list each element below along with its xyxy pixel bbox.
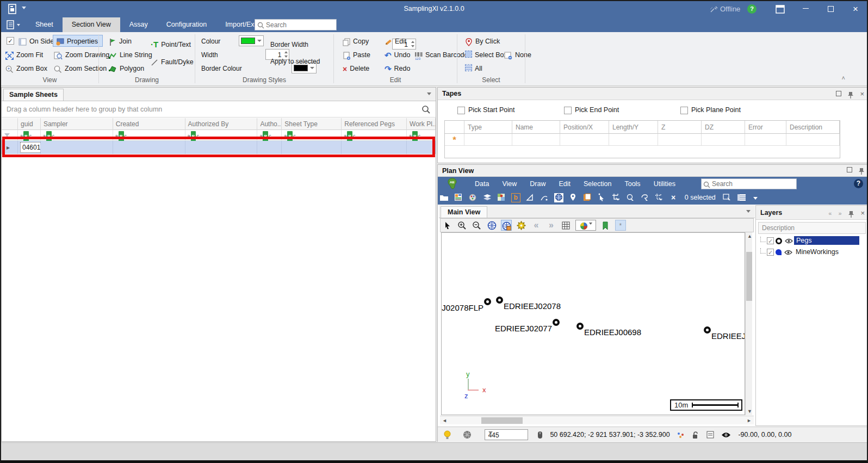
bookmark-flag-icon[interactable] xyxy=(600,220,611,231)
world-selected-icon[interactable] xyxy=(501,220,512,231)
previous-view-icon[interactable]: « xyxy=(531,220,542,231)
grid-icon[interactable] xyxy=(561,220,572,231)
maximize-button[interactable] xyxy=(818,1,843,17)
zoom-fit-button[interactable]: Zoom Fit xyxy=(5,49,43,61)
ribbon-search-input[interactable] xyxy=(266,20,334,29)
horizontal-scrollbar[interactable]: ◄ ► xyxy=(440,416,754,424)
column-header-guid[interactable]: guid xyxy=(18,118,41,130)
tapes-new-row[interactable]: * xyxy=(445,134,840,146)
new-row-indicator-cell[interactable]: * xyxy=(445,134,464,146)
tapes-column-dz[interactable]: DZ xyxy=(702,121,745,134)
snap-points-icon[interactable] xyxy=(677,431,685,439)
tapes-empty-cell[interactable] xyxy=(512,134,560,146)
tapes-column-position-x[interactable]: Position/X xyxy=(560,121,609,134)
column-header-sheet-type[interactable]: Sheet Type xyxy=(282,118,342,130)
panel-menu-caret[interactable] xyxy=(427,92,431,95)
point-text-button[interactable]: ·TPoint/Text xyxy=(151,39,191,51)
close-icon[interactable]: × xyxy=(860,209,865,217)
tapes-column-description[interactable]: Description xyxy=(786,121,840,134)
unlock-icon[interactable] xyxy=(692,430,699,439)
map-canvas[interactable]: y x z 10m J02078FLPEDRIEEJ02078EDRIEEJ02… xyxy=(441,232,745,415)
ribbon-collapse-icon[interactable]: ˄ xyxy=(842,75,845,81)
column-header-created[interactable]: Created xyxy=(113,118,185,130)
ribbon-tab-configuration[interactable]: Configuration xyxy=(157,17,216,32)
ribbon-tab-assay[interactable]: Assay xyxy=(120,17,157,32)
tapes-empty-cell[interactable] xyxy=(786,134,840,146)
scroll-down-icon[interactable]: ▼ xyxy=(747,409,752,414)
peg-marker[interactable] xyxy=(576,323,584,330)
column-header-autho[interactable]: Autho... xyxy=(257,118,282,130)
redo-button[interactable]: ↷Redo xyxy=(385,63,410,75)
next-view-icon[interactable]: » xyxy=(545,220,556,231)
crop-select-icon[interactable] xyxy=(611,193,621,202)
ruler-icon[interactable] xyxy=(525,193,535,202)
display-style-dropdown[interactable] xyxy=(575,220,596,231)
peg-marker[interactable] xyxy=(484,298,491,305)
column-header-referenced-pegs[interactable]: Referenced Pegs xyxy=(342,118,407,130)
lasso-select-icon[interactable] xyxy=(640,193,649,202)
row-indicator-header[interactable] xyxy=(2,118,18,130)
tab-main-view[interactable]: Main View xyxy=(441,206,487,218)
select-box-button[interactable]: Select Box xyxy=(465,49,507,61)
notes-icon[interactable] xyxy=(706,431,714,439)
scrollbar-thumb[interactable] xyxy=(481,417,523,424)
polygon-button[interactable]: Polygon xyxy=(109,63,144,75)
select-none-button[interactable]: None xyxy=(504,49,531,61)
table-list-icon[interactable] xyxy=(737,193,746,202)
pointer-icon[interactable] xyxy=(442,220,452,231)
checkbox-box[interactable] xyxy=(457,107,465,114)
tapes-empty-cell[interactable] xyxy=(464,134,512,146)
clear-selection-icon[interactable]: × xyxy=(669,193,678,202)
vertical-scrollbar[interactable]: ▲ ▼ xyxy=(745,232,752,415)
layer-elevation-dropdown[interactable]: 445 xyxy=(485,429,528,440)
apply-to-selected-button[interactable]: Apply to selected xyxy=(270,58,320,65)
lightbulb-icon[interactable] xyxy=(443,430,451,440)
plan-view-search[interactable] xyxy=(701,178,797,189)
menu-data[interactable]: Data xyxy=(475,177,489,191)
world-extent-icon[interactable] xyxy=(486,220,497,231)
tapes-empty-cell[interactable] xyxy=(560,134,609,146)
deselect-rect-icon[interactable] xyxy=(654,193,664,202)
pin-icon[interactable] xyxy=(848,210,854,218)
tapes-column-z[interactable]: Z xyxy=(658,121,702,134)
column-header-work-pl[interactable]: Work Pl... xyxy=(407,118,436,130)
collapse-left-icon[interactable]: « xyxy=(828,210,832,217)
settings-gear-icon[interactable] xyxy=(516,220,527,231)
tapes-column-length-y[interactable]: Length/Y xyxy=(609,121,658,134)
scroll-right-icon[interactable]: ► xyxy=(747,418,752,423)
scrollbar-thumb[interactable] xyxy=(746,252,752,301)
zoom-box-button[interactable]: Zoom Box xyxy=(5,63,47,75)
layers-icon[interactable] xyxy=(482,193,492,202)
fault-dyke-button[interactable]: Fault/Dyke xyxy=(151,56,194,68)
select-cursor-icon[interactable] xyxy=(597,193,606,202)
tapes-empty-cell[interactable] xyxy=(745,134,786,146)
layer-item-mineworkings[interactable]: ✓MineWorkings xyxy=(758,248,867,258)
maximize-panel-icon[interactable] xyxy=(836,91,841,96)
checkbox-pick-start-point[interactable]: Pick Start Point xyxy=(457,106,514,114)
copy-button[interactable]: Copy xyxy=(343,35,369,47)
bing-icon[interactable]: b xyxy=(511,193,520,202)
map-icon[interactable] xyxy=(497,193,506,202)
tapes-column-type[interactable]: Type xyxy=(464,121,512,134)
selection-info-icon[interactable] xyxy=(722,193,731,202)
colour-dropdown[interactable] xyxy=(239,35,264,46)
application-menu-icon[interactable] xyxy=(7,20,15,29)
checkbox-box[interactable] xyxy=(564,107,572,114)
select-all-button[interactable]: All xyxy=(465,63,482,75)
peg-marker[interactable] xyxy=(704,326,711,334)
visibility-eye-icon[interactable] xyxy=(783,248,793,256)
zoom-out-icon[interactable] xyxy=(472,220,482,231)
checkbox-pick-plane-point[interactable]: Pick Plane Point xyxy=(680,106,741,114)
menu-utilities[interactable]: Utilities xyxy=(654,177,675,191)
layer-checkbox[interactable]: ✓ xyxy=(767,249,774,256)
paste-button[interactable]: Paste xyxy=(343,49,370,61)
close-icon[interactable]: × xyxy=(860,90,864,98)
tapes-column-error[interactable]: Error xyxy=(745,121,786,134)
menu-selection[interactable]: Selection xyxy=(584,177,611,191)
properties-button[interactable]: Properties xyxy=(53,35,103,47)
peg-marker[interactable] xyxy=(553,319,560,326)
on-side-button[interactable]: On Side xyxy=(18,35,54,47)
checkbox-box[interactable] xyxy=(680,107,688,114)
toolbar-dropdown-caret[interactable] xyxy=(751,193,760,202)
pin-icon[interactable] xyxy=(859,167,864,175)
